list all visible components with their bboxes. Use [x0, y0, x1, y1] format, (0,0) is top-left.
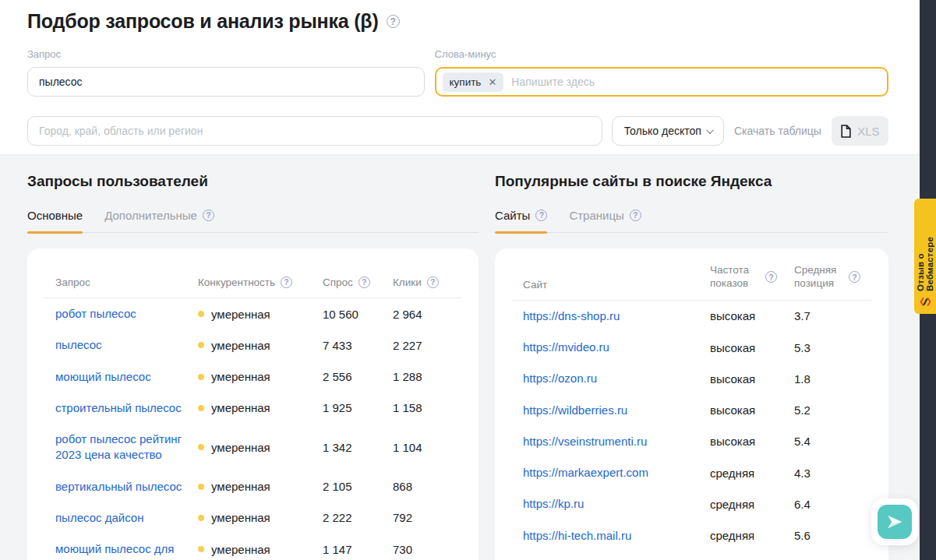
position-value: 5.4 — [794, 435, 860, 448]
demand-value: 1 925 — [323, 401, 393, 414]
competition-value: умеренная — [211, 441, 270, 454]
code-wrench-icon — [920, 296, 931, 308]
chat-widget-button[interactable] — [871, 498, 918, 545]
col-frequency-label: Частота показов — [710, 264, 760, 291]
device-type-value: Только десктоп — [624, 125, 701, 137]
clicks-value: 792 — [393, 511, 450, 524]
query-link[interactable]: пылесос — [55, 338, 102, 351]
query-link[interactable]: вертикальный пылесос — [55, 480, 182, 493]
competition-value: умеренная — [211, 480, 270, 493]
clicks-value: 1 288 — [393, 370, 450, 383]
col-demand-label: Спрос — [323, 276, 353, 288]
competition-dot-icon — [198, 342, 204, 348]
query-link[interactable]: моющий пылесос — [55, 370, 151, 383]
page-help-icon[interactable]: ? — [387, 15, 400, 28]
sites-table-body: https://dns-shop.ru высокая 3.7 https://… — [512, 301, 871, 551]
demand-value: 2 222 — [323, 511, 393, 524]
frequency-help-icon[interactable]: ? — [765, 271, 777, 283]
site-link[interactable]: https://wildberries.ru — [523, 403, 627, 417]
clicks-value: 730 — [393, 543, 450, 556]
feedback-tab-label: Отзыв о Вебмастере — [916, 208, 934, 291]
minus-word-chip[interactable]: купить ✕ — [443, 72, 504, 92]
table-row: робот пылесос умеренная 10 560 2 964 — [44, 298, 461, 329]
col-clicks-label: Клики — [393, 276, 422, 288]
clicks-help-icon[interactable]: ? — [427, 276, 439, 288]
competition-dot-icon — [198, 444, 204, 450]
table-row: робот пылесос рейтинг 2023 цена качество… — [44, 424, 461, 471]
clicks-value: 2 964 — [393, 308, 450, 321]
competition-dot-icon — [198, 546, 204, 552]
position-value: 5.3 — [794, 341, 860, 354]
table-row: https://mvideo.ru высокая 5.3 — [512, 332, 871, 363]
query-field-group: Запрос — [27, 48, 425, 97]
competition-value: умеренная — [211, 339, 270, 352]
frequency-value: средняя — [710, 467, 794, 480]
chip-remove-icon[interactable]: ✕ — [488, 77, 496, 87]
demand-value: 7 433 — [323, 339, 393, 352]
webmaster-feedback-tab[interactable]: Отзыв о Вебмастере — [914, 199, 936, 314]
query-link[interactable]: робот пылесос рейтинг 2023 цена качество — [55, 432, 182, 461]
site-link[interactable]: https://hi-tech.mail.ru — [523, 529, 631, 542]
table-row: вертикальный пылесос умеренная 2 105 868 — [44, 471, 461, 502]
tab-extra-queries[interactable]: Дополнительные ? — [104, 209, 214, 232]
competition-help-icon[interactable]: ? — [281, 276, 292, 288]
competition-dot-icon — [198, 515, 204, 521]
frequency-value: высокая — [710, 341, 794, 354]
download-tables-label: Скачать таблицы — [734, 125, 821, 137]
col-query-label: Запрос — [55, 276, 90, 288]
chevron-down-icon — [706, 126, 714, 134]
sites-table-card: Сайт Частота показов ? Средняя позиция ?… — [495, 248, 888, 560]
minus-words-input[interactable] — [510, 75, 881, 89]
site-link[interactable]: https://markaexpert.com — [523, 466, 648, 479]
demand-help-icon[interactable]: ? — [359, 276, 370, 288]
document-icon — [840, 125, 852, 138]
query-link[interactable]: робот пылесос — [55, 307, 136, 320]
tab-sites-label: Сайты — [495, 209, 530, 222]
clicks-value: 2 227 — [393, 339, 450, 352]
table-row: строительный пылесос умеренная 1 925 1 1… — [44, 393, 461, 424]
frequency-value: высокая — [710, 309, 794, 322]
download-xls-button[interactable]: XLS — [832, 116, 888, 146]
site-link[interactable]: https://ozon.ru — [523, 372, 597, 385]
competition-dot-icon — [198, 311, 204, 317]
form-grid: Запрос Слова-минус купить ✕ — [27, 48, 888, 97]
table-row: пылесос дайсон умеренная 2 222 792 — [44, 502, 461, 534]
device-type-select[interactable]: Только десктоп — [612, 116, 724, 146]
site-link[interactable]: https://dns-shop.ru — [523, 309, 620, 322]
filters-row: Только десктоп Скачать таблицы XLS — [27, 116, 888, 146]
table-row: моющий пылесос умеренная 2 556 1 288 — [44, 361, 461, 393]
xls-button-label: XLS — [857, 125, 879, 138]
site-link[interactable]: https://mvideo.ru — [523, 340, 609, 354]
clicks-value: 1 158 — [393, 401, 450, 414]
queries-table-body: робот пылесос умеренная 10 560 2 964 пыл… — [44, 298, 461, 560]
pages-help-icon[interactable]: ? — [630, 210, 641, 221]
site-link[interactable]: https://vseinstrumenti.ru — [523, 435, 647, 448]
sites-help-icon[interactable]: ? — [535, 210, 547, 221]
frequency-value: высокая — [710, 372, 794, 386]
position-help-icon[interactable]: ? — [849, 271, 860, 283]
site-link[interactable]: https://kp.ru — [523, 497, 584, 510]
query-link[interactable]: пылесос дайсон — [55, 511, 143, 524]
tab-sites[interactable]: Сайты ? — [495, 209, 547, 232]
minus-word-chip-label: купить — [450, 76, 482, 88]
tab-extra-queries-label: Дополнительные — [104, 209, 197, 222]
extra-queries-help-icon[interactable]: ? — [203, 210, 214, 221]
region-input[interactable] — [27, 116, 602, 146]
query-link[interactable]: моющий пылесос для — [55, 542, 174, 555]
tab-main-queries[interactable]: Основные — [27, 209, 83, 232]
demand-value: 2 105 — [323, 480, 393, 493]
results-section: Запросы пользователей Основные Дополните… — [0, 155, 920, 560]
competition-value: умеренная — [211, 370, 270, 383]
table-row: пылесос умеренная 7 433 2 227 — [44, 329, 461, 361]
sites-table-header: Сайт Частота показов ? Средняя позиция ? — [512, 264, 871, 301]
query-link[interactable]: строительный пылесос — [55, 401, 182, 414]
minus-words-field[interactable]: купить ✕ — [435, 67, 888, 97]
main-content: Подбор запросов и анализ рынка (β) ? Зап… — [0, 0, 920, 560]
query-input[interactable] — [27, 67, 425, 97]
tab-main-queries-label: Основные — [27, 209, 83, 222]
tab-pages[interactable]: Страницы ? — [569, 209, 641, 232]
demand-value: 1 342 — [323, 441, 393, 454]
minus-words-field-group: Слова-минус купить ✕ — [435, 48, 888, 97]
clicks-value: 868 — [393, 480, 450, 493]
table-row: https://dns-shop.ru высокая 3.7 — [512, 301, 871, 332]
